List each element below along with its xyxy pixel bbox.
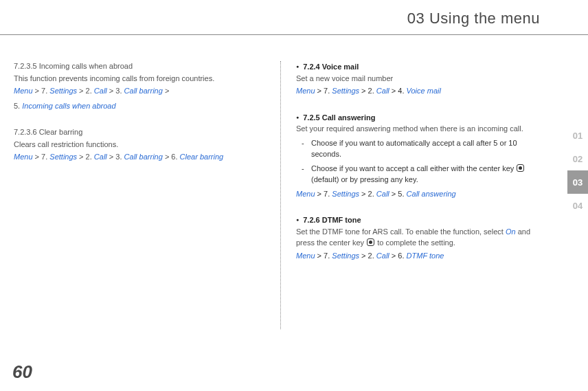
path-settings: Settings [49, 153, 77, 161]
dash: - [302, 137, 311, 160]
section-7-2-3-6-desc: Clears call restriction functions. [14, 139, 265, 150]
section-7-2-5: 7.2.5 Call answering [296, 112, 541, 124]
section-7-2-6-title: 7.2.6 DTMF tone [303, 216, 361, 224]
path-callbarring: Call barring [124, 87, 163, 95]
path-sep: > 2. [77, 153, 94, 161]
path-menu: Menu [14, 87, 33, 95]
path-sep: > 7. [33, 87, 50, 95]
section-7-2-3-5-desc: This function prevents incoming calls fr… [14, 74, 265, 85]
nav-path: Menu > 7. Settings > 2. Call > 5. Call a… [296, 188, 541, 200]
dash-list: - Choose if you want to automatically ac… [296, 137, 541, 186]
path-settings: Settings [332, 190, 359, 198]
path-call: Call [376, 190, 389, 198]
path-num: 5. [14, 102, 22, 110]
path-settings: Settings [332, 87, 359, 95]
section-7-2-6-desc: Set the DTMF tone for ARS call. To enabl… [296, 226, 541, 249]
section-7-2-6: 7.2.6 DTMF tone [296, 214, 541, 226]
right-column: 7.2.4 Voice mail Set a new voice mail nu… [280, 61, 541, 329]
path-menu: Menu [14, 153, 33, 161]
on-keyword: On [506, 227, 516, 236]
nav-path: Menu > 7. Settings > 2. Call > 3. Call b… [14, 152, 265, 163]
dash: - [302, 163, 311, 186]
section-7-2-3-6-title: 7.2.3.6 Clear barring [14, 127, 265, 138]
path-sep: > 2. [359, 252, 376, 260]
path-sep: > 5. [389, 190, 407, 198]
chapter-header: 03 Using the menu [0, 0, 588, 27]
nav-path: Menu > 7. Settings > 2. Call > 4. Voice … [296, 85, 541, 97]
chapter-title: 03 Using the menu [407, 10, 540, 27]
section-7-2-4-title: 7.2.4 Voice mail [303, 63, 359, 71]
left-column: 7.2.3.5 Incoming calls when abroad This … [14, 61, 280, 329]
path-sep: > 7. [315, 252, 332, 260]
path-sep: > 6. [163, 153, 180, 161]
path-sep: > 3. [107, 87, 124, 95]
page-number: 60 [12, 361, 32, 383]
list-text: Choose if you want to accept a call eith… [311, 163, 541, 186]
path-sep: > 2. [359, 190, 376, 198]
tab-02[interactable]: 02 [567, 147, 588, 170]
list-item: - Choose if you want to accept a call ei… [302, 163, 541, 186]
path-settings: Settings [332, 252, 359, 260]
center-key-icon [367, 238, 374, 246]
path-voicemail: Voice mail [407, 87, 441, 95]
path-sep: > 6. [389, 252, 407, 260]
nav-path: Menu > 7. Settings > 2. Call > 3. Call b… [14, 86, 265, 97]
desc-part1: Set the DTMF tone for ARS call. To enabl… [296, 227, 506, 236]
path-clearbarring: Clear barring [180, 153, 224, 161]
path-callanswering: Call answering [407, 190, 456, 198]
path-sep: > 2. [359, 87, 376, 95]
list-text: Choose if you want to automatically acce… [311, 137, 541, 160]
section-7-2-5-title: 7.2.5 Call answering [303, 113, 375, 122]
tab-01[interactable]: 01 [567, 124, 588, 147]
path-dtmf: DTMF tone [407, 252, 444, 260]
path-sep: > 7. [315, 87, 332, 95]
path-call: Call [376, 87, 389, 95]
path-sep: > 2. [77, 87, 94, 95]
path-menu: Menu [296, 87, 315, 95]
path-call: Call [376, 252, 389, 260]
section-7-2-5-desc: Set your required answering method when … [296, 123, 541, 135]
section-7-2-4-desc: Set a new voice mail number [296, 73, 541, 85]
path-sep: > 7. [315, 190, 332, 198]
path-sep: > [163, 87, 169, 95]
side-tabs: 01 02 03 04 [567, 124, 588, 217]
path-sep: > 4. [389, 87, 407, 95]
list-text-a: Choose if you want to accept a call eith… [311, 164, 516, 172]
path-sep: > 7. [33, 153, 50, 161]
tab-04[interactable]: 04 [567, 194, 588, 217]
nav-path-line2: 5. Incoming calls when abroad [14, 101, 265, 112]
list-text-b: (default) or by pressing any key. [311, 175, 418, 183]
path-call: Call [94, 153, 107, 161]
path-callbarring: Call barring [124, 153, 163, 161]
nav-path: Menu > 7. Settings > 2. Call > 6. DTMF t… [296, 250, 541, 262]
content-area: 7.2.3.5 Incoming calls when abroad This … [0, 35, 588, 329]
desc-part3: to complete the setting. [375, 238, 455, 247]
list-item: - Choose if you want to automatically ac… [302, 137, 541, 160]
section-7-2-3-5-title: 7.2.3.5 Incoming calls when abroad [14, 61, 265, 72]
path-settings: Settings [49, 87, 77, 95]
tab-03[interactable]: 03 [567, 170, 588, 194]
path-menu: Menu [296, 252, 315, 260]
path-menu: Menu [296, 190, 315, 198]
path-incoming-abroad: Incoming calls when abroad [22, 102, 115, 110]
path-call: Call [94, 87, 107, 95]
section-7-2-4: 7.2.4 Voice mail [296, 61, 541, 73]
center-key-icon [517, 164, 524, 172]
path-sep: > 3. [107, 153, 124, 161]
